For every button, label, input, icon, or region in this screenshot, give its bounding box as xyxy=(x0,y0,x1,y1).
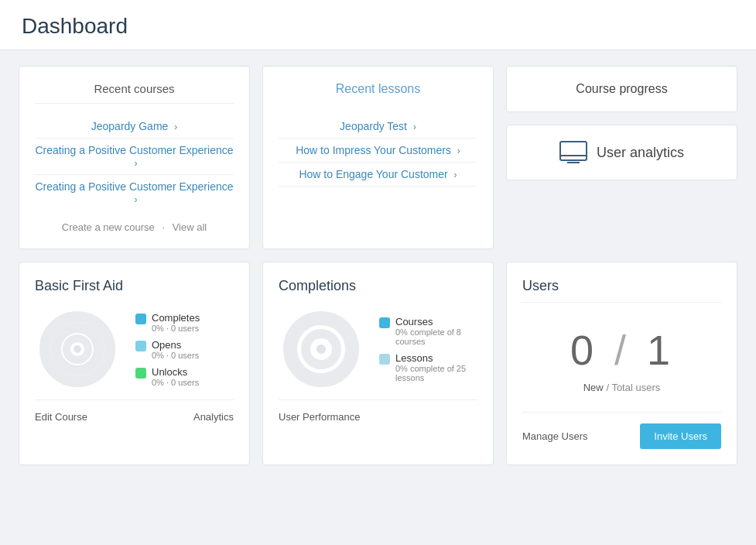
users-label-sep: / xyxy=(606,382,609,393)
opens-label: Opens xyxy=(152,339,199,351)
recent-lesson-item-0[interactable]: Jeopardy Test › xyxy=(279,115,477,139)
recent-courses-footer: Create a new course · View all xyxy=(35,221,234,233)
users-total-label: Total users xyxy=(611,382,660,393)
completes-color xyxy=(135,314,146,324)
legend-unlocks: Unlocks 0% · 0 users xyxy=(135,366,200,387)
users-new-label: New xyxy=(583,382,604,393)
chevron-icon: › xyxy=(135,158,138,169)
users-count: 0 / 1 xyxy=(522,303,721,382)
chart-legend: Completes 0% · 0 users Opens 0% · 0 user… xyxy=(135,312,200,387)
opens-sub: 0% · 0 users xyxy=(152,351,199,360)
chevron-icon: › xyxy=(457,146,460,156)
recent-lessons-title: Recent lessons xyxy=(279,82,477,104)
basic-first-aid-title: Basic First Aid xyxy=(35,278,234,294)
completions-legend: Courses 0% complete of 8 courses Lessons… xyxy=(379,316,477,382)
user-performance-link[interactable]: User Performance xyxy=(279,411,360,423)
recent-course-item-2[interactable]: Creating a Positive Customer Experience … xyxy=(35,175,234,211)
analytics-link[interactable]: Analytics xyxy=(193,411,234,423)
users-new-count: 0 xyxy=(570,327,597,373)
course-progress-card[interactable]: Course progress xyxy=(506,66,737,112)
top-row: Recent courses Jeopardy Game › Creating … xyxy=(19,66,737,249)
count-slash: / xyxy=(614,327,629,373)
users-card: Users 0 / 1 New / Total users Manage Use… xyxy=(506,262,737,465)
recent-lessons-card: Recent lessons Jeopardy Test › How to Im… xyxy=(262,66,494,249)
course-progress-title: Course progress xyxy=(576,82,667,96)
completions-donut-chart xyxy=(279,307,364,392)
users-title: Users xyxy=(522,278,721,303)
bottom-row: Basic First Aid Completes 0% · 0 users xyxy=(19,262,737,465)
page-header: Dashboard xyxy=(0,0,756,50)
recent-courses-title: Recent courses xyxy=(35,82,234,104)
chevron-icon: › xyxy=(454,170,457,180)
legend-courses: Courses 0% complete of 8 courses xyxy=(379,316,477,346)
basic-first-aid-card: Basic First Aid Completes 0% · 0 users xyxy=(19,262,250,465)
completions-chart: Courses 0% complete of 8 courses Lessons… xyxy=(279,307,477,392)
svg-point-10 xyxy=(316,344,326,354)
lessons-sub: 0% complete of 25 lessons xyxy=(395,364,477,382)
user-analytics-label: User analytics xyxy=(597,145,684,161)
completes-sub: 0% · 0 users xyxy=(152,324,200,333)
chevron-icon: › xyxy=(174,122,177,132)
chevron-icon: › xyxy=(135,194,138,205)
courses-label: Courses xyxy=(395,316,477,327)
view-all-link[interactable]: View all xyxy=(173,221,207,233)
completions-title: Completions xyxy=(279,278,477,294)
courses-sub: 0% complete of 8 courses xyxy=(395,327,477,346)
recent-course-item-0[interactable]: Jeopardy Game › xyxy=(35,115,234,139)
chevron-icon: › xyxy=(413,122,416,132)
svg-point-7 xyxy=(74,345,81,353)
right-column: Course progress User analytics xyxy=(506,66,737,249)
analytics-icon xyxy=(559,141,587,164)
invite-users-button[interactable]: Invite Users xyxy=(640,423,721,449)
users-label: New / Total users xyxy=(522,382,721,393)
svg-rect-0 xyxy=(560,142,587,160)
recent-course-item-1[interactable]: Creating a Positive Customer Experience … xyxy=(35,139,234,175)
completes-label: Completes xyxy=(152,312,200,324)
recent-courses-card: Recent courses Jeopardy Game › Creating … xyxy=(19,66,250,249)
create-course-link[interactable]: Create a new course xyxy=(62,221,155,233)
unlocks-label: Unlocks xyxy=(152,366,199,378)
user-analytics-card[interactable]: User analytics xyxy=(506,125,737,180)
users-total-count: 1 xyxy=(647,327,673,373)
basic-first-aid-chart: Completes 0% · 0 users Opens 0% · 0 user… xyxy=(35,307,234,392)
completions-actions: User Performance xyxy=(279,399,477,423)
donut-chart xyxy=(35,307,120,392)
completions-card: Completions Courses 0% complete of 8 cou… xyxy=(262,262,494,465)
unlocks-color xyxy=(135,368,146,379)
recent-lesson-item-2[interactable]: How to Engage Your Customer › xyxy=(279,163,477,187)
legend-completes: Completes 0% · 0 users xyxy=(135,312,200,333)
legend-lessons: Lessons 0% complete of 25 lessons xyxy=(379,352,477,382)
recent-lesson-item-1[interactable]: How to Impress Your Customers › xyxy=(279,139,477,163)
unlocks-sub: 0% · 0 users xyxy=(152,378,199,387)
page-title: Dashboard xyxy=(22,14,734,39)
manage-users-link[interactable]: Manage Users xyxy=(522,430,588,442)
lessons-color xyxy=(379,354,390,365)
lessons-label: Lessons xyxy=(395,352,477,364)
main-content: Recent courses Jeopardy Game › Creating … xyxy=(0,50,756,481)
separator: · xyxy=(162,221,165,233)
opens-color xyxy=(135,341,146,351)
courses-color xyxy=(379,317,390,328)
users-footer: Manage Users Invite Users xyxy=(522,412,721,449)
basic-first-aid-actions: Edit Course Analytics xyxy=(35,399,234,423)
legend-opens: Opens 0% · 0 users xyxy=(135,339,200,360)
edit-course-link[interactable]: Edit Course xyxy=(35,411,87,423)
